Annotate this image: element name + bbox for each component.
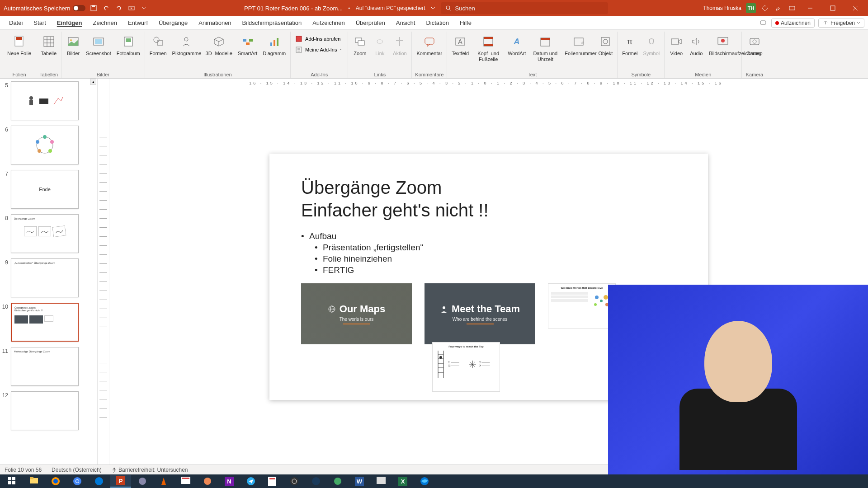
minimize-button[interactable] xyxy=(801,1,819,15)
tab-bildschirmpraesentation[interactable]: Bildschirmpräsentation xyxy=(237,16,307,29)
objekt-button[interactable]: Objekt xyxy=(596,33,614,56)
autosave-toggle[interactable]: Automatisches Speichern xyxy=(4,5,85,12)
explorer-icon[interactable] xyxy=(24,475,44,488)
slide-thumbnail-panel[interactable]: ▴ 5 6 7Ende 8Übergänge Zoom 9„Automatisc… xyxy=(0,79,98,474)
screenshot-button[interactable]: Screenshot xyxy=(84,33,113,56)
addins-abrufen-button[interactable]: Add-Ins abrufen xyxy=(293,34,345,43)
qat-more-icon[interactable] xyxy=(140,4,149,13)
redo-icon[interactable] xyxy=(114,4,123,13)
wordart-button[interactable]: AWordArt xyxy=(506,33,528,56)
zoom-button[interactable]: Zoom xyxy=(351,33,369,56)
video-button[interactable]: Video xyxy=(667,33,685,56)
slide-body[interactable]: Aufbau Präsentation „fertigstellen" Foli… xyxy=(301,231,676,275)
tab-einfuegen[interactable]: Einfügen xyxy=(52,16,88,29)
thumbnail-7[interactable]: Ende xyxy=(11,170,79,209)
tab-uebergaenge[interactable]: Übergänge xyxy=(153,16,193,29)
tab-hilfe[interactable]: Hilfe xyxy=(454,16,477,29)
share-button[interactable]: Freigeben xyxy=(818,19,864,28)
bilder-button[interactable]: Bilder xyxy=(64,33,82,56)
tab-datei[interactable]: Datei xyxy=(4,16,28,29)
datum-uhrzeit-button[interactable]: Datum und Uhrzeit xyxy=(529,33,561,62)
slide-counter[interactable]: Folie 10 von 56 xyxy=(5,467,42,473)
embedded-slide-maps[interactable]: Our Maps The worls is ours xyxy=(301,283,412,344)
embedded-slide-fourways[interactable]: Four ways to reach the Top 01 ─────02 ──… xyxy=(432,342,500,392)
maximize-button[interactable] xyxy=(824,1,842,15)
user-avatar[interactable]: TH xyxy=(746,3,756,13)
thumbnail-11[interactable]: Mehrstufige Übergänge Zoom xyxy=(11,347,79,386)
piktogramme-button[interactable]: Piktogramme xyxy=(170,33,202,56)
embedded-slide-love[interactable]: We make things that people love xyxy=(548,283,616,328)
app-icon-6[interactable] xyxy=(327,475,348,488)
word-icon[interactable]: W xyxy=(349,475,370,488)
app-icon-2[interactable] xyxy=(175,475,196,488)
obs-icon[interactable] xyxy=(284,475,305,488)
slide-title[interactable]: Übergänge Zoom Einfacher geht's nicht !! xyxy=(301,176,676,221)
tab-ueberpruefen[interactable]: Überprüfen xyxy=(350,16,391,29)
close-button[interactable] xyxy=(846,1,864,15)
tab-aufzeichnen[interactable]: Aufzeichnen xyxy=(307,16,350,29)
app-icon-4[interactable] xyxy=(262,475,283,488)
onenote-icon[interactable]: N xyxy=(219,475,240,488)
app-icon-7[interactable] xyxy=(371,475,392,488)
textfeld-button[interactable]: ATextfeld xyxy=(450,33,471,56)
embedded-slide-team[interactable]: Meet the Team Who are behind the scenes xyxy=(425,283,535,344)
tab-animationen[interactable]: Animationen xyxy=(193,16,236,29)
edge-icon[interactable] xyxy=(414,475,435,488)
powerpoint-icon[interactable]: P xyxy=(110,475,131,488)
thumbnail-10[interactable]: Übergänge Zoom Einfacher geht's nicht !! xyxy=(11,303,79,342)
tab-start[interactable]: Start xyxy=(28,16,51,29)
thumbnail-6[interactable] xyxy=(11,126,79,164)
tab-entwurf[interactable]: Entwurf xyxy=(123,16,153,29)
formen-button[interactable]: Formen xyxy=(148,33,169,56)
app-icon-3[interactable] xyxy=(197,475,218,488)
pen-icon[interactable] xyxy=(774,4,783,13)
tabelle-button[interactable]: Tabelle xyxy=(39,33,58,56)
telegram-icon[interactable] xyxy=(241,475,261,488)
thumbnail-12[interactable] xyxy=(11,391,79,430)
tab-ansicht[interactable]: Ansicht xyxy=(391,16,421,29)
audio-button[interactable]: Audio xyxy=(687,33,705,56)
smartart-button[interactable]: SmartArt xyxy=(236,33,259,56)
neue-folie-button[interactable]: Neue Folie xyxy=(5,33,33,56)
thumbnail-5[interactable] xyxy=(11,81,79,120)
svg-rect-91 xyxy=(12,481,15,484)
save-icon[interactable] xyxy=(89,4,98,13)
start-button[interactable] xyxy=(2,475,23,488)
chevron-down-icon[interactable] xyxy=(431,6,435,10)
undo-icon[interactable] xyxy=(102,4,111,13)
app-icon-1[interactable] xyxy=(132,475,153,488)
from-beginning-icon[interactable] xyxy=(127,4,136,13)
tab-dictation[interactable]: Dictation xyxy=(420,16,454,29)
app-icon-5[interactable] xyxy=(306,475,326,488)
search-input[interactable] xyxy=(455,5,604,12)
formel-button[interactable]: πFormel xyxy=(620,33,639,56)
accessibility-status[interactable]: Barrierefreiheit: Untersuchen xyxy=(112,467,188,473)
cameo-button[interactable]: Cameo xyxy=(745,33,764,56)
diagramm-button[interactable]: Diagramm xyxy=(261,33,288,56)
meine-addins-button[interactable]: Meine Add-Ins xyxy=(293,45,345,54)
bildschirmaufzeichnung-button[interactable]: Bildschirmaufzeichnung xyxy=(707,33,739,56)
language-status[interactable]: Deutsch (Österreich) xyxy=(52,467,102,473)
diamond-icon[interactable] xyxy=(760,4,769,13)
comments-icon[interactable] xyxy=(759,19,768,28)
edge-legacy-icon[interactable] xyxy=(89,475,109,488)
kopf-fusszeile-button[interactable]: Kopf- und Fußzeile xyxy=(472,33,504,62)
excel-icon[interactable]: X xyxy=(392,475,413,488)
toggle-switch[interactable] xyxy=(73,5,85,11)
3d-modelle-button[interactable]: 3D- Modelle xyxy=(204,33,234,56)
fotoalbum-button[interactable]: Fotoalbum xyxy=(115,33,142,56)
user-name[interactable]: Thomas Hruska xyxy=(703,5,741,11)
saved-location[interactable]: Auf "diesem PC" gespeichert xyxy=(356,5,425,11)
record-button[interactable]: Aufzeichnen xyxy=(771,19,815,28)
vlc-icon[interactable] xyxy=(154,475,175,488)
chrome-icon[interactable] xyxy=(67,475,88,488)
foliennummer-button[interactable]: #Foliennummer xyxy=(563,33,594,56)
scroll-up-icon[interactable]: ▴ xyxy=(90,79,96,85)
thumbnail-9[interactable]: „Automatischer" Übergänge Zoom xyxy=(11,258,79,297)
ribbon-mode-icon[interactable] xyxy=(788,4,797,13)
kommentar-button[interactable]: Kommentar xyxy=(415,33,444,56)
tab-zeichnen[interactable]: Zeichnen xyxy=(87,16,122,29)
firefox-icon[interactable] xyxy=(45,475,66,488)
search-box[interactable] xyxy=(441,2,608,14)
thumbnail-8[interactable]: Übergänge Zoom xyxy=(11,214,79,253)
